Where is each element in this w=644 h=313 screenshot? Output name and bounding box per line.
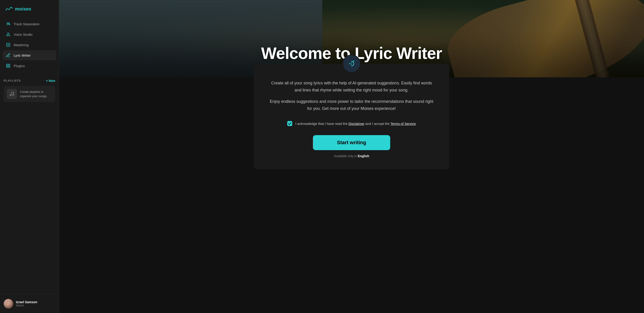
start-writing-button[interactable]: Start writing	[313, 135, 390, 150]
sidebar-nav: Track Separation Voice Studio Mastering	[0, 19, 59, 71]
language-label: English	[358, 154, 369, 158]
svg-rect-7	[9, 66, 10, 68]
acknowledge-text: I acknowledge that I have read the Discl…	[296, 122, 416, 126]
svg-point-9	[12, 94, 14, 96]
svg-rect-4	[6, 64, 8, 66]
lyric-writer-circle-icon	[346, 59, 356, 69]
sidebar-item-lyric-writer[interactable]: Lyric Writer	[3, 50, 56, 60]
main-content: Welcome to Lyric Writer A lyric-writing …	[59, 0, 644, 313]
track-icon	[6, 22, 10, 26]
playlists-label: PLAYLISTS	[4, 79, 21, 82]
avatar-image	[4, 299, 13, 308]
plugins-icon	[6, 64, 10, 68]
lyric-icon-circle	[342, 55, 361, 73]
playlist-empty-card: Create playlists to organize your songs.	[4, 86, 55, 102]
user-info: Izrael Samson Starter	[16, 300, 37, 307]
plugins-label: Plugins	[14, 64, 25, 68]
svg-rect-6	[6, 66, 8, 68]
user-name: Izrael Samson	[16, 300, 37, 304]
user-profile[interactable]: Izrael Samson Starter	[0, 294, 59, 313]
sidebar: moises Track Separation Voice Studio	[0, 0, 59, 313]
playlist-empty-text: Create playlists to organize your songs.	[20, 90, 52, 99]
acknowledge-row: I acknowledge that I have read the Discl…	[287, 121, 416, 126]
svg-rect-5	[9, 64, 10, 66]
app-name: moises	[15, 6, 31, 12]
user-plan: Starter	[16, 304, 37, 307]
playlists-section: PLAYLISTS + New Create playlists to orga…	[0, 74, 59, 105]
available-text: Available only in English	[334, 154, 369, 158]
description-1: Create all of your song lyrics with the …	[270, 80, 433, 94]
mastering-icon	[6, 43, 10, 47]
voice-icon	[6, 32, 10, 37]
sidebar-item-mastering[interactable]: Mastering	[3, 40, 56, 50]
avatar	[4, 299, 13, 308]
voice-studio-label: Voice Studio	[14, 33, 32, 36]
new-playlist-button[interactable]: + New	[46, 79, 55, 83]
moises-logo-icon	[6, 7, 13, 11]
lyric-writer-icon	[6, 53, 10, 58]
tos-link[interactable]: Terms of Service	[390, 122, 416, 126]
svg-point-3	[8, 44, 9, 46]
logo[interactable]: moises	[6, 6, 54, 12]
lyric-writer-label: Lyric Writer	[14, 54, 31, 57]
svg-point-0	[9, 24, 10, 25]
sidebar-item-track-separation[interactable]: Track Separation	[3, 19, 56, 29]
svg-point-8	[10, 95, 11, 96]
logo-area: moises	[0, 0, 59, 19]
music-note-icon	[9, 91, 14, 96]
svg-rect-2	[6, 43, 10, 47]
description-2: Enjoy endless suggestions and more power…	[270, 98, 433, 112]
card-area: Create all of your song lyrics with the …	[59, 64, 644, 178]
playlist-empty-icon-box	[7, 89, 17, 99]
sidebar-item-plugins[interactable]: Plugins	[3, 61, 56, 71]
mastering-label: Mastering	[14, 43, 29, 47]
track-separation-label: Track Separation	[14, 22, 40, 26]
svg-point-10	[353, 61, 354, 61]
sidebar-item-voice-studio[interactable]: Voice Studio	[3, 29, 56, 39]
checkmark-icon	[288, 122, 291, 125]
playlists-header: PLAYLISTS + New	[4, 79, 55, 83]
main-card: Create all of your song lyrics with the …	[254, 64, 449, 169]
disclaimer-link[interactable]: Disclaimer	[348, 122, 364, 126]
acknowledge-checkbox[interactable]	[287, 121, 292, 126]
